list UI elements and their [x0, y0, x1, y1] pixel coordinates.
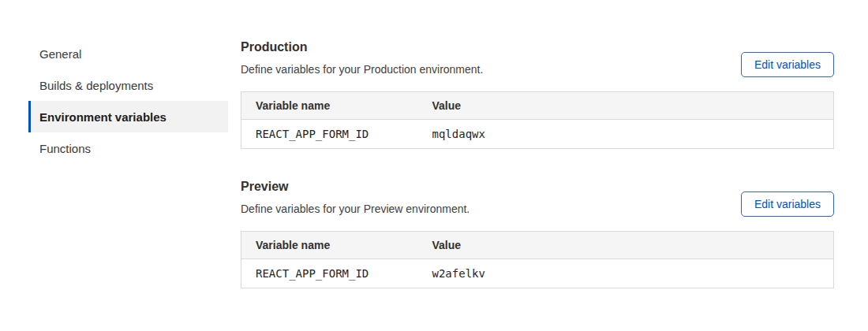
settings-page: General Builds & deployments Environment…	[0, 0, 868, 331]
production-section: Production Define variables for your Pro…	[241, 38, 834, 149]
preview-description: Define variables for your Preview enviro…	[241, 201, 470, 217]
preview-edit-variables-button[interactable]: Edit variables	[741, 192, 834, 217]
environment-variables-panel: Production Define variables for your Pro…	[241, 38, 834, 288]
settings-sidebar: General Builds & deployments Environment…	[28, 38, 228, 164]
table-row: REACT_APP_FORM_ID w2afelkv	[241, 259, 834, 288]
production-section-header: Production Define variables for your Pro…	[241, 38, 834, 77]
table-header-row: Variable name Value	[241, 232, 834, 259]
preview-title: Preview	[241, 177, 470, 196]
table-header-row: Variable name Value	[241, 92, 834, 120]
table-row: REACT_APP_FORM_ID mqldaqwx	[241, 120, 834, 149]
preview-section: Preview Define variables for your Previe…	[241, 177, 834, 288]
column-header-value: Value	[418, 232, 834, 259]
production-title: Production	[241, 38, 483, 57]
variable-name-cell: REACT_APP_FORM_ID	[241, 259, 418, 288]
sidebar-item-general[interactable]: General	[28, 38, 228, 69]
sidebar-item-environment-variables[interactable]: Environment variables	[28, 101, 228, 132]
production-description: Define variables for your Production env…	[241, 61, 483, 77]
column-header-variable-name: Variable name	[241, 232, 418, 259]
column-header-value: Value	[418, 92, 834, 120]
sidebar-item-builds-deployments[interactable]: Builds & deployments	[28, 69, 228, 101]
variable-value-cell: mqldaqwx	[418, 120, 834, 149]
variable-name-cell: REACT_APP_FORM_ID	[241, 120, 418, 149]
preview-section-header: Preview Define variables for your Previe…	[241, 177, 834, 217]
production-heading-block: Production Define variables for your Pro…	[241, 38, 483, 77]
production-variables-table: Variable name Value REACT_APP_FORM_ID mq…	[241, 91, 834, 149]
preview-heading-block: Preview Define variables for your Previe…	[241, 177, 470, 217]
column-header-variable-name: Variable name	[241, 92, 418, 120]
production-edit-variables-button[interactable]: Edit variables	[741, 52, 834, 77]
variable-value-cell: w2afelkv	[418, 259, 834, 288]
preview-variables-table: Variable name Value REACT_APP_FORM_ID w2…	[241, 231, 834, 288]
sidebar-item-functions[interactable]: Functions	[28, 132, 228, 164]
